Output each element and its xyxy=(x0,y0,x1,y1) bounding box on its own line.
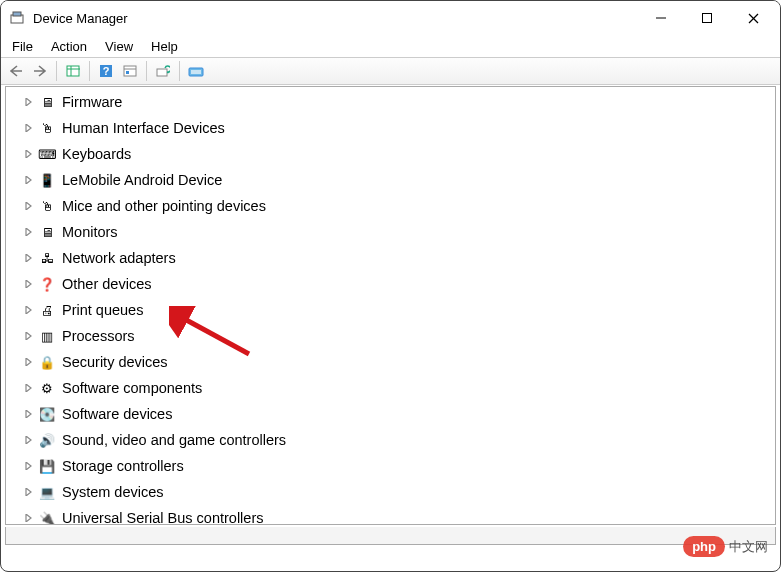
tree-item[interactable]: ❓Other devices xyxy=(6,271,775,297)
tree-item-label: Human Interface Devices xyxy=(62,120,225,136)
device-category-icon: 💽 xyxy=(38,406,56,422)
chevron-right-icon[interactable] xyxy=(22,251,36,265)
device-category-icon: 🔌 xyxy=(38,510,56,525)
tree-item[interactable]: 🔒Security devices xyxy=(6,349,775,375)
chevron-right-icon[interactable] xyxy=(22,329,36,343)
show-hide-tree-button[interactable] xyxy=(62,60,84,82)
chevron-right-icon[interactable] xyxy=(22,485,36,499)
svg-rect-6 xyxy=(67,66,79,76)
device-category-icon: 🔒 xyxy=(38,354,56,370)
chevron-right-icon[interactable] xyxy=(22,459,36,473)
device-tree[interactable]: 🖥Firmware🖱Human Interface Devices⌨Keyboa… xyxy=(5,86,776,525)
chevron-right-icon[interactable] xyxy=(22,433,36,447)
forward-button[interactable] xyxy=(29,60,51,82)
tree-item-label: Storage controllers xyxy=(62,458,184,474)
close-button[interactable] xyxy=(730,1,776,35)
toolbar-separator xyxy=(179,61,180,81)
tree-item-label: Software devices xyxy=(62,406,172,422)
device-category-icon: ❓ xyxy=(38,276,56,292)
tree-item[interactable]: 💻System devices xyxy=(6,479,775,505)
chevron-right-icon[interactable] xyxy=(22,355,36,369)
device-category-icon: ▥ xyxy=(38,328,56,344)
watermark-bubble: php xyxy=(683,536,725,557)
tree-item-label: Universal Serial Bus controllers xyxy=(62,510,263,525)
svg-rect-1 xyxy=(13,12,21,16)
maximize-button[interactable] xyxy=(684,1,730,35)
watermark: php 中文网 xyxy=(683,536,768,557)
chevron-right-icon[interactable] xyxy=(22,225,36,239)
tree-item[interactable]: 🖨Print queues xyxy=(6,297,775,323)
tree-item[interactable]: ▥Processors xyxy=(6,323,775,349)
tree-item[interactable]: 🖱Human Interface Devices xyxy=(6,115,775,141)
tree-item[interactable]: 🖧Network adapters xyxy=(6,245,775,271)
tree-item[interactable]: 🖥Monitors xyxy=(6,219,775,245)
properties-button[interactable] xyxy=(119,60,141,82)
tree-item[interactable]: 🔊Sound, video and game controllers xyxy=(6,427,775,453)
help-button[interactable]: ? xyxy=(95,60,117,82)
tree-item-label: Network adapters xyxy=(62,250,176,266)
device-category-icon: ⌨ xyxy=(38,146,56,162)
device-category-icon: 🖥 xyxy=(38,94,56,110)
tree-item[interactable]: 💾Storage controllers xyxy=(6,453,775,479)
tree-item[interactable]: 💽Software devices xyxy=(6,401,775,427)
tree-item-label: Software components xyxy=(62,380,202,396)
chevron-right-icon[interactable] xyxy=(22,121,36,135)
menu-help[interactable]: Help xyxy=(142,37,187,56)
device-category-icon: 🖱 xyxy=(38,198,56,214)
toolbar-separator xyxy=(146,61,147,81)
chevron-right-icon[interactable] xyxy=(22,407,36,421)
back-button[interactable] xyxy=(5,60,27,82)
device-category-icon: 🖨 xyxy=(38,302,56,318)
chevron-right-icon[interactable] xyxy=(22,511,36,525)
device-category-icon: 📱 xyxy=(38,172,56,188)
svg-rect-3 xyxy=(703,14,712,23)
device-category-icon: 🖧 xyxy=(38,250,56,266)
tree-item[interactable]: ⌨Keyboards xyxy=(6,141,775,167)
toolbar: ? xyxy=(1,57,780,85)
content-area: 🖥Firmware🖱Human Interface Devices⌨Keyboa… xyxy=(5,86,776,545)
scan-hardware-button[interactable] xyxy=(152,60,174,82)
svg-text:?: ? xyxy=(103,65,110,77)
tree-item-label: Sound, video and game controllers xyxy=(62,432,286,448)
tree-item[interactable]: 📱LeMobile Android Device xyxy=(6,167,775,193)
device-category-icon: 💻 xyxy=(38,484,56,500)
tree-item[interactable]: 🖥Firmware xyxy=(6,89,775,115)
tree-item-label: Other devices xyxy=(62,276,151,292)
add-driver-button[interactable] xyxy=(185,60,207,82)
minimize-button[interactable] xyxy=(638,1,684,35)
toolbar-separator xyxy=(56,61,57,81)
tree-item-label: Keyboards xyxy=(62,146,131,162)
device-category-icon: 🖱 xyxy=(38,120,56,136)
watermark-text: 中文网 xyxy=(729,538,768,556)
menu-action[interactable]: Action xyxy=(42,37,96,56)
window-controls xyxy=(638,1,776,35)
tree-item-label: Mice and other pointing devices xyxy=(62,198,266,214)
chevron-right-icon[interactable] xyxy=(22,199,36,213)
titlebar: Device Manager xyxy=(1,1,780,35)
svg-rect-16 xyxy=(191,70,201,74)
device-category-icon: 🖥 xyxy=(38,224,56,240)
tree-item-label: Processors xyxy=(62,328,135,344)
device-category-icon: 💾 xyxy=(38,458,56,474)
tree-item-label: Security devices xyxy=(62,354,168,370)
menu-file[interactable]: File xyxy=(3,37,42,56)
chevron-right-icon[interactable] xyxy=(22,277,36,291)
tree-item-label: LeMobile Android Device xyxy=(62,172,222,188)
tree-item[interactable]: ⚙Software components xyxy=(6,375,775,401)
tree-item-label: Firmware xyxy=(62,94,122,110)
statusbar xyxy=(5,527,776,545)
window-title: Device Manager xyxy=(33,11,638,26)
tree-item-label: Monitors xyxy=(62,224,118,240)
device-category-icon: 🔊 xyxy=(38,432,56,448)
tree-item[interactable]: 🖱Mice and other pointing devices xyxy=(6,193,775,219)
chevron-right-icon[interactable] xyxy=(22,173,36,187)
chevron-right-icon[interactable] xyxy=(22,381,36,395)
tree-item-label: System devices xyxy=(62,484,164,500)
tree-item-label: Print queues xyxy=(62,302,143,318)
tree-item[interactable]: 🔌Universal Serial Bus controllers xyxy=(6,505,775,525)
chevron-right-icon[interactable] xyxy=(22,303,36,317)
chevron-right-icon[interactable] xyxy=(22,147,36,161)
svg-rect-14 xyxy=(157,69,167,76)
chevron-right-icon[interactable] xyxy=(22,95,36,109)
menu-view[interactable]: View xyxy=(96,37,142,56)
